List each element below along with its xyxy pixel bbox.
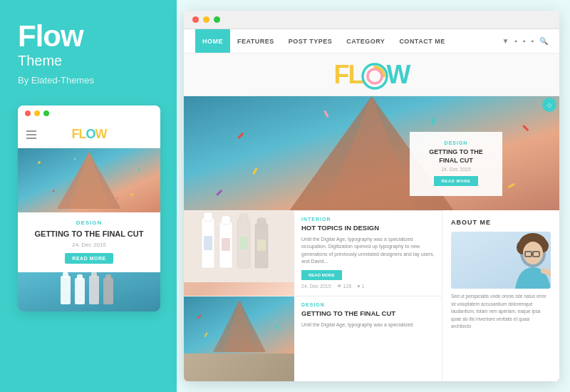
post-2-title: GETTING TO THE FINAL CUT: [301, 309, 435, 318]
svg-point-19: [368, 69, 382, 83]
brand-author: By Elated-Themes: [18, 75, 94, 86]
browser-dot-green: [214, 16, 220, 23]
nav-post-types[interactable]: POST TYPES: [281, 29, 340, 53]
post-1-excerpt: Until the Digital Age, typography was a …: [301, 236, 435, 266]
svg-rect-37: [239, 214, 248, 222]
browser-dot-yellow: [203, 16, 209, 23]
right-edge-icons: ◆ ◇: [542, 96, 559, 153]
mobile-hero-image: [18, 148, 160, 212]
post-1-date: 24. Dec 2015: [301, 284, 331, 289]
svg-point-3: [38, 161, 41, 164]
mobile-topbar: [18, 105, 160, 121]
left-panel: Flow Theme By Elated-Themes FLOW: [0, 0, 177, 392]
nav-right-icons: ▼ ▪ ▪ ▪ 🔍: [502, 37, 548, 45]
svg-rect-17: [105, 274, 111, 280]
svg-rect-14: [89, 276, 99, 304]
svg-rect-42: [239, 237, 248, 249]
nav-features[interactable]: FEATURES: [230, 29, 281, 53]
post-2-category: DESIGN: [301, 302, 435, 307]
sidebar-title: ABOUT ME: [451, 219, 551, 226]
svg-rect-11: [63, 272, 68, 278]
svg-rect-43: [257, 239, 266, 251]
social-icon-3[interactable]: ▪: [523, 37, 526, 45]
brand-title: Flow: [18, 21, 83, 51]
mobile-dot-yellow: [34, 110, 40, 116]
hero-overlay-card: DESIGN GETTING TO THE FINAL CUT 24. Dec …: [410, 132, 502, 196]
browser-chrome: [184, 11, 559, 29]
nav-category[interactable]: CATEGORY: [339, 29, 392, 53]
edge-icon-2[interactable]: ◇: [542, 98, 556, 112]
hero-read-more-btn[interactable]: READ MORE: [434, 176, 477, 186]
site-logo: FL W: [184, 62, 559, 90]
svg-rect-33: [204, 212, 212, 221]
sidebar-text: Sed ut perspiciatis unde omnis iste natu…: [451, 293, 551, 330]
svg-point-6: [130, 193, 133, 196]
search-icon[interactable]: 🔍: [539, 37, 548, 45]
content-row: INTERIOR HOT TOPICS IN DESIGN Until the …: [184, 210, 559, 381]
hero-title: GETTING TO THE FINAL CUT: [421, 148, 491, 165]
mobile-read-more-btn[interactable]: READ MORE: [65, 253, 113, 264]
mobile-dot-red: [25, 110, 31, 116]
nav-home[interactable]: HOME: [195, 29, 230, 53]
mobile-blog-card: DESIGN GETTING TO THE FINAL CUT 24. Dec …: [18, 148, 160, 272]
svg-rect-35: [222, 216, 230, 225]
mobile-logo: FLOW: [71, 127, 106, 142]
social-icon-1[interactable]: ▼: [502, 37, 509, 45]
post-1-meta: 24. Dec 2015 👁 126 ♥ 1: [301, 284, 435, 289]
post-2-image: [184, 296, 294, 381]
browser-window: HOME FEATURES POST TYPES CATEGORY CONTAC…: [184, 11, 559, 381]
nav-contact[interactable]: CONTACT ME: [392, 29, 452, 53]
svg-point-5: [53, 190, 55, 192]
mobile-blog-content: DESIGN GETTING TO THE FINAL CUT 24. Dec …: [18, 212, 160, 272]
site-content: DESIGN GETTING TO THE FINAL CUT 24. Dec …: [184, 96, 559, 381]
svg-rect-12: [75, 278, 85, 304]
svg-point-7: [74, 158, 76, 160]
hero-section: DESIGN GETTING TO THE FINAL CUT 24. Dec …: [184, 96, 559, 210]
hero-date: 24. Dec 2015: [421, 167, 491, 172]
mobile-bottom-strip: [18, 272, 160, 311]
browser-dot-red: [192, 16, 199, 23]
mobile-preview: FLOW: [18, 105, 160, 311]
post-1-content: INTERIOR HOT TOPICS IN DESIGN Until the …: [294, 211, 442, 296]
hero-category: DESIGN: [421, 140, 491, 145]
middle-posts: INTERIOR HOT TOPICS IN DESIGN Until the …: [184, 210, 442, 381]
site-nav: HOME FEATURES POST TYPES CATEGORY CONTAC…: [184, 29, 559, 53]
mobile-header: FLOW: [18, 121, 160, 148]
sidebar-right: ABOUT ME: [442, 210, 559, 381]
mobile-blog-date: 24. Dec 2015: [26, 242, 152, 248]
svg-rect-13: [77, 274, 83, 280]
mobile-blog-title: GETTING TO THE FINAL CUT: [26, 229, 152, 239]
post-1-read-more[interactable]: READ MORE: [301, 270, 342, 280]
post-2-content: DESIGN GETTING TO THE FINAL CUT Until th…: [294, 296, 442, 381]
right-panel: HOME FEATURES POST TYPES CATEGORY CONTAC…: [177, 0, 570, 392]
svg-rect-41: [222, 238, 230, 251]
svg-point-8: [117, 197, 119, 200]
svg-rect-39: [257, 218, 266, 227]
social-icon-4[interactable]: ▪: [531, 37, 534, 45]
post-1-row: INTERIOR HOT TOPICS IN DESIGN Until the …: [184, 210, 442, 296]
svg-rect-16: [103, 278, 113, 304]
post-1-category: INTERIOR: [301, 217, 435, 222]
post-1-views: 👁 126: [337, 284, 352, 289]
svg-point-4: [138, 169, 140, 171]
mobile-dot-green: [43, 110, 49, 116]
svg-rect-40: [204, 236, 212, 250]
brand-subtitle: Theme: [18, 53, 62, 69]
svg-rect-10: [61, 276, 71, 304]
sidebar-avatar: [451, 232, 551, 289]
site-header: FL W: [184, 53, 559, 96]
post-2-excerpt: Until the Digital Age, typography was a …: [301, 321, 435, 329]
post-1-title: HOT TOPICS IN DESIGN: [301, 224, 435, 232]
post-1-likes: ♥ 1: [357, 284, 364, 289]
post-1-image: [184, 211, 294, 296]
hamburger-icon: [26, 130, 36, 139]
post-2-row: DESIGN GETTING TO THE FINAL CUT Until th…: [184, 296, 442, 381]
social-icon-2[interactable]: ▪: [514, 37, 517, 45]
mobile-category: DESIGN: [26, 220, 152, 226]
svg-rect-15: [91, 272, 97, 278]
